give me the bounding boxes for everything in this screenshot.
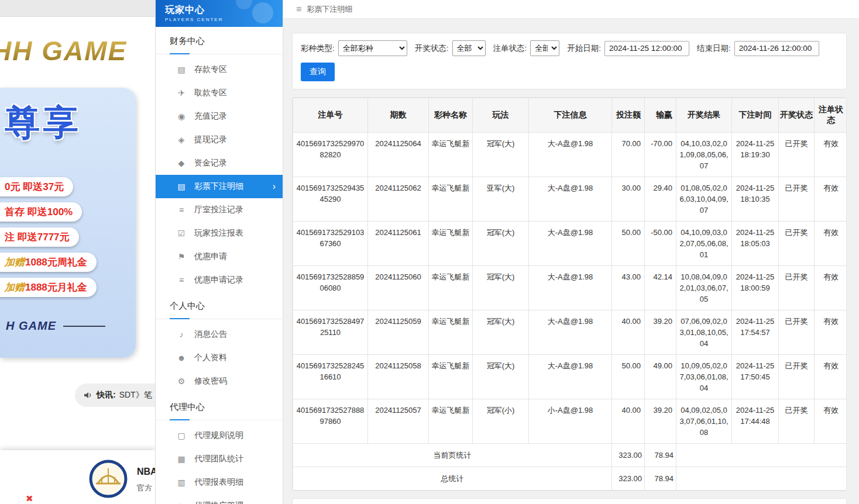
site-logo-band: HH GAME: [0, 17, 155, 85]
sidebar-item-label: 提现记录: [194, 134, 227, 145]
table-row: 40156917325299708282020241125064幸运飞艇新冠军(…: [293, 133, 847, 177]
check-square-icon: ☑: [176, 229, 187, 238]
table-cell: 401569173252943545290: [293, 177, 368, 222]
column-header: 输赢: [645, 98, 676, 133]
draw-status-select[interactable]: 全部: [452, 40, 486, 56]
order-status-label: 注单状态:: [493, 43, 527, 54]
column-header: 彩种名称: [429, 98, 473, 133]
promo-pill: 注 即送7777元: [0, 227, 79, 247]
query-button[interactable]: 查询: [301, 63, 335, 81]
summary-empty: [676, 467, 847, 491]
order-status-select[interactable]: 全部: [530, 40, 559, 56]
table-cell: 已开奖: [779, 310, 815, 355]
sidebar-item-lottery-bet-details[interactable]: ▤彩票下注明细›: [156, 175, 283, 198]
promo-text: 1088元周礼金: [25, 256, 87, 269]
column-header: 开奖结果: [676, 98, 732, 133]
section-title: 代理中心: [156, 393, 283, 420]
table-cell: 大-A盘@1.98: [529, 266, 612, 310]
table-cell: 已开奖: [779, 266, 815, 310]
sidebar-item-deposit-zone[interactable]: ▤存款专区: [156, 58, 283, 81]
promo-pill: 首存 即送100%: [0, 202, 82, 222]
table-cell: 有效: [815, 399, 847, 444]
table-cell: 39.20: [645, 310, 676, 355]
table-cell: 冠军(大): [473, 133, 529, 177]
sidebar-item-fund-records[interactable]: ◆资金记录: [156, 151, 283, 175]
promo-pill-row: 首存 即送100%: [0, 202, 136, 227]
section-title: 财务中心: [156, 27, 283, 54]
table-cell: 04,10,09,03,02,07,05,06,08,01: [676, 222, 732, 266]
table-row: 40156917325294354529020241125062幸运飞艇新亚军(…: [293, 177, 847, 222]
table-cell: 20241125062: [368, 177, 429, 222]
table-cell: 04,09,02,05,03,07,06,01,10,08: [676, 399, 732, 444]
summary-winloss-total: 78.94: [645, 444, 676, 467]
summary-winloss-total: 78.94: [645, 467, 676, 491]
table-cell: 小-A盘@1.98: [529, 399, 612, 444]
table-row: 40156917325284972511020241125059幸运飞艇新冠军(…: [293, 310, 847, 355]
close-icon[interactable]: ✖: [26, 493, 33, 504]
table-cell: 大-A盘@1.98: [529, 133, 612, 177]
table-cell: 2024-11-25 18:00:59: [732, 266, 779, 310]
promo-badge: 加赠: [5, 256, 25, 269]
table-cell: -70.00: [645, 133, 676, 177]
doc-icon: ▢: [176, 431, 187, 440]
sidebar-item-announcements[interactable]: ♪消息公告: [156, 323, 283, 346]
table-cell: 20241125058: [368, 355, 429, 399]
sidebar-item-profile[interactable]: ☻个人资料: [156, 346, 283, 370]
table-cell: 冠军(大): [473, 310, 529, 355]
sidebar-item-withdrawal-records[interactable]: ◈提现记录: [156, 128, 283, 151]
sidebar-item-recharge-records[interactable]: ◉充值记录: [156, 105, 283, 128]
table-cell: 有效: [815, 222, 847, 266]
sidebar-item-promo-apply-records[interactable]: ≡优惠申请记录: [156, 268, 283, 292]
table-cell: 有效: [815, 355, 847, 399]
sidebar-item-player-bet-report[interactable]: ☑玩家投注报表: [156, 222, 283, 245]
sidebar-item-agent-team-stats[interactable]: ▦代理团队统计: [156, 447, 283, 471]
cashout-icon: ◈: [176, 135, 187, 144]
table-cell: -50.00: [645, 222, 676, 266]
news-marquee: 快讯: SDT》笔: [75, 384, 155, 407]
banner-title: 尊享: [5, 99, 136, 147]
table-cell: 401569173252824516610: [293, 355, 368, 399]
table-cell: 大-A盘@1.98: [529, 310, 612, 355]
table-cell: 幸运飞艇新: [429, 310, 473, 355]
draw-status-label: 开奖状态:: [415, 43, 449, 54]
table-cell: 20241125061: [368, 222, 429, 266]
sidebar-item-agent-promotion[interactable]: ➤代理推广管理: [156, 494, 283, 504]
hamburger-icon[interactable]: ≡: [296, 4, 301, 15]
column-header: 注单状态: [815, 98, 847, 133]
table-cell: 幸运飞艇新: [429, 266, 473, 310]
sidebar-item-hall-bet-records[interactable]: ≡厅室投注记录: [156, 198, 283, 222]
table-cell: 2024-11-25 18:19:30: [732, 133, 779, 177]
sidebar-item-agent-report-details[interactable]: ▥代理报表明细: [156, 471, 283, 494]
bet-table: 注单号期数彩种名称玩法下注信息投注额输赢开奖结果下注时间开奖状态注单状态 401…: [293, 98, 847, 491]
sidebar-header: 玩家中心 PLAYERS CENTER: [156, 0, 283, 27]
table-cell: 冠军(大): [473, 266, 529, 310]
table-cell: 有效: [815, 266, 847, 310]
nba-popup: NBA 官方: [0, 450, 155, 504]
table-row: 40156917325288590608020241125060幸运飞艇新冠军(…: [293, 266, 847, 310]
plane-icon: ✈: [176, 88, 187, 98]
summary-bet-total: 323.00: [612, 467, 645, 491]
lottery-type-select[interactable]: 全部彩种: [338, 40, 407, 56]
banner-footer: H GAME: [6, 319, 136, 333]
sidebar-item-label: 资金记录: [194, 158, 227, 168]
bet-table-body: 40156917325299708282020241125064幸运飞艇新冠军(…: [293, 133, 847, 491]
sidebar-subtitle: PLAYERS CENTER: [165, 17, 283, 22]
sidebar-item-label: 优惠申请记录: [194, 275, 243, 285]
sidebar-item-withdraw-zone[interactable]: ✈取款专区: [156, 81, 283, 105]
table-cell: 幸运飞艇新: [429, 355, 473, 399]
sidebar-item-label: 优惠申请: [194, 251, 227, 262]
sidebar-item-change-password[interactable]: ⚙修改密码: [156, 370, 283, 393]
background-page: HH GAME 尊享 0元 即送37元首存 即送100%注 即送7777元加赠1…: [0, 0, 155, 504]
sidebar-item-label: 彩票下注明细: [194, 181, 243, 192]
sidebar-item-agent-rules[interactable]: ▢代理规则说明: [156, 424, 283, 447]
promo-pill-row: 加赠1088元周礼金: [0, 253, 136, 278]
funds-icon: ◆: [176, 158, 187, 168]
end-date-input[interactable]: [734, 41, 819, 56]
sidebar-item-promo-apply[interactable]: ⚑优惠申请: [156, 245, 283, 268]
user-icon: ☻: [176, 353, 187, 363]
column-header: 期数: [368, 98, 429, 133]
table-cell: 冠军(小): [473, 399, 529, 444]
start-date-input[interactable]: [604, 41, 689, 56]
promo-list: 0元 即送37元首存 即送100%注 即送7777元加赠1088元周礼金加赠18…: [0, 177, 136, 303]
promo-pill-row: 加赠1888元月礼金: [0, 278, 136, 303]
